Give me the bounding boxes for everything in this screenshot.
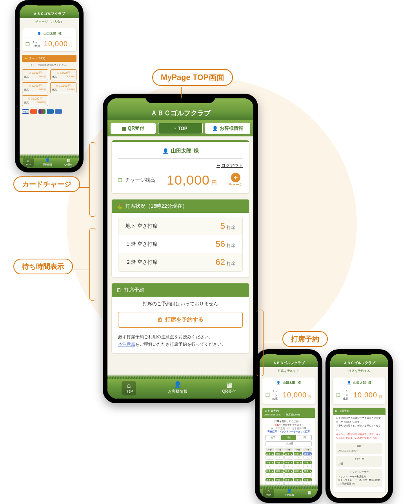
availability-label: １階 空き打席 bbox=[125, 241, 158, 248]
seat-availability[interactable]: ✓ bbox=[294, 473, 302, 477]
reserve-button[interactable]: 🗓 打席を予約する bbox=[118, 312, 243, 328]
card-user-balance: 👤 山田太郎 様 ↪ ログアウト ❒ チャージ残高 10,000 円 bbox=[111, 140, 249, 194]
visa-icon: VISA bbox=[22, 109, 29, 114]
coin-icon: ❒ bbox=[265, 392, 270, 398]
seat-number: 22番▶ bbox=[275, 452, 284, 455]
seat-availability[interactable]: ✓ bbox=[275, 473, 284, 477]
user-icon: 👤 bbox=[37, 32, 41, 35]
seat-availability[interactable]: ✓ bbox=[284, 455, 293, 460]
phone-notch bbox=[145, 94, 215, 103]
seat-number: 39番▶ bbox=[294, 478, 302, 481]
floor-tab-1f[interactable]: 1階 bbox=[281, 435, 296, 440]
callout-wait-time: 待ち時間表示 bbox=[13, 259, 73, 274]
diners-icon bbox=[55, 109, 62, 114]
balance-amount: 10,000円 bbox=[353, 391, 382, 399]
seat-number: 36番▶ bbox=[265, 478, 274, 481]
availability-row: ２階 空き打席62打席 bbox=[118, 253, 242, 271]
nav-tabs: ▦QR受付 ⌂TOP 👤お客様情報 bbox=[107, 120, 253, 136]
seat-availability[interactable]: ✓ bbox=[294, 455, 302, 460]
coin-icon: ⛁ bbox=[57, 71, 59, 74]
qr-icon: ▦ bbox=[67, 158, 70, 162]
charge-bar: 💳 チャージする bbox=[22, 55, 76, 62]
tab-customer[interactable]: 👤お客様情報 bbox=[205, 123, 250, 134]
bottom-nav: ⌂TOP 👤予約情報 ▦QR受付 bbox=[20, 157, 79, 168]
charge-option[interactable]: ⛁ 20,000 円残高20,000円 bbox=[22, 95, 48, 106]
home-icon: ⌂ bbox=[173, 126, 176, 131]
user-icon: 👤 bbox=[287, 489, 292, 493]
coin-icon: ⛁ bbox=[56, 84, 58, 87]
availability-label: ２階 空き打席 bbox=[125, 259, 158, 266]
seat-number: 30番▶ bbox=[303, 461, 312, 464]
footer-top[interactable]: ⌂TOP bbox=[122, 381, 136, 395]
charge-option[interactable]: ⛁ 3,000 円残高3,000円 bbox=[50, 69, 76, 80]
seat-number: 33番▶ bbox=[284, 470, 293, 473]
seat-select-header: 🗓 打席予約 2023/05/15 16:30～ 座席選し60分 bbox=[262, 408, 315, 418]
seat-availability[interactable]: ✓ bbox=[265, 473, 274, 477]
availability-count: 56 bbox=[216, 239, 225, 249]
user-name-line: 👤山田太郎様 bbox=[336, 381, 382, 387]
seat-availability[interactable]: ✓ bbox=[265, 455, 274, 460]
amex-icon bbox=[47, 109, 54, 114]
home-icon: ⌂ bbox=[267, 489, 270, 493]
seat-availability[interactable]: ✓ bbox=[275, 464, 284, 468]
footer-qr[interactable]: ▦QR受付 bbox=[219, 380, 239, 396]
floor-tabs: 地下 1階 2階 bbox=[265, 435, 312, 440]
availability-count: 5 bbox=[220, 221, 225, 231]
footer-customer[interactable]: 👤お客様情報 bbox=[165, 380, 191, 396]
seat-availability[interactable]: ✓ bbox=[284, 473, 293, 477]
reservation-header: 🗓 打席予約 bbox=[112, 283, 249, 297]
card-seat-select: 🗓 打席予約 2023/05/15 16:30～ 座席選し60分 打席を選択して… bbox=[262, 408, 315, 487]
app-header: ＡＢＣゴルフクラブ bbox=[20, 5, 79, 18]
page-subtitle: 打席を予約する bbox=[260, 367, 318, 375]
card-reserve-confirm: 🗓 打席予約 以下の内容で予約確定ができ過去この形変更して予約を行います。 「予… bbox=[333, 408, 386, 492]
charge-option[interactable]: ⛁ 10,000 円残高10,000円 bbox=[50, 82, 76, 93]
seat-availability[interactable]: ✓ bbox=[303, 464, 312, 468]
footer-top[interactable]: ⌂TOP bbox=[263, 488, 274, 498]
seat-column-header: 22番 bbox=[275, 448, 284, 451]
charge-option[interactable]: ⛁ 5,000 円残高5,000円 bbox=[22, 82, 48, 93]
floor-tab-bf[interactable]: 地下 bbox=[265, 435, 280, 440]
seat-availability[interactable]: ✓ bbox=[303, 455, 312, 460]
reservation-status: 打席のご予約ははいっておりません bbox=[118, 301, 243, 307]
seat-availability[interactable]: ✓ bbox=[294, 464, 302, 468]
logout-link[interactable]: ↪ ログアウト bbox=[118, 163, 243, 169]
bottom-nav: ⌂TOP 👤予約情報 ▦ bbox=[260, 487, 318, 498]
confirm-block-value: 33番 bbox=[338, 462, 380, 466]
seat-number: 21番▶ bbox=[265, 452, 274, 455]
tab-top[interactable]: ⌂TOP bbox=[158, 123, 203, 134]
seat-availability[interactable]: ✓ bbox=[275, 455, 284, 460]
seat-select-hint: 打席を選択してください。 (⭕の打席が予約できます) 灰：入口直前 緑：空き直前… bbox=[265, 420, 312, 433]
user-icon: 👤 bbox=[212, 126, 218, 131]
card-icon: 💳 bbox=[24, 57, 28, 60]
phone-mypage-top: ＡＢＣゴルフクラブ ▦QR受付 ⌂TOP 👤お客様情報 👤 山田太郎 様 ↪ ロ… bbox=[103, 94, 258, 403]
coin-icon: ❒ bbox=[118, 178, 122, 183]
coin-icon: ⛁ bbox=[29, 71, 31, 74]
plus-icon: ＋ bbox=[231, 173, 240, 182]
balance-label: ❒ チャージ残高 bbox=[25, 40, 41, 48]
balance-label: ❒チャージ残高 bbox=[265, 389, 280, 401]
user-icon: 👤 bbox=[174, 382, 182, 388]
footer-top[interactable]: ⌂TOP bbox=[23, 157, 34, 167]
seat-column-header: 25番 bbox=[303, 448, 312, 451]
balance-amount: 10,000円 bbox=[44, 40, 73, 48]
phone-reserve-confirm: ＡＢＣゴルフクラブ 打席を予約する 👤山田太郎様 ❒チャージ残高 10,000円… bbox=[325, 349, 393, 503]
tab-qr[interactable]: ▦QR受付 bbox=[111, 123, 156, 134]
coin-icon: ⛁ bbox=[29, 84, 31, 87]
charge-option[interactable]: ⛁ 2,000 円残高2,000円 bbox=[22, 69, 48, 80]
charge-button[interactable]: ＋ チャージ bbox=[229, 173, 243, 187]
floor-tab-2f[interactable]: 2階 bbox=[297, 435, 312, 440]
coin-icon: ⛁ bbox=[28, 97, 30, 100]
seat-number: 32番▶ bbox=[275, 470, 284, 473]
user-name-line: 👤 山田太郎 様 bbox=[118, 147, 243, 159]
footer-qr[interactable]: ▦ bbox=[304, 489, 314, 496]
payment-logos: VISA bbox=[22, 109, 76, 114]
seat-number: 26番▶ bbox=[265, 461, 274, 464]
bottom-nav: ⌂TOP 👤お客様情報 ▦QR受付 bbox=[107, 377, 253, 399]
seat-availability[interactable]: ✓ bbox=[265, 464, 274, 468]
seat-area-label: 中央打席 bbox=[265, 441, 312, 446]
balance-amount: 10,000円 bbox=[283, 391, 312, 399]
app-header: ＡＢＣゴルフクラブ bbox=[330, 354, 388, 367]
seat-availability[interactable]: ✓ bbox=[303, 473, 312, 477]
seat-availability[interactable]: ✓ bbox=[284, 464, 293, 468]
note-link[interactable]: 本注意点 bbox=[118, 342, 135, 346]
